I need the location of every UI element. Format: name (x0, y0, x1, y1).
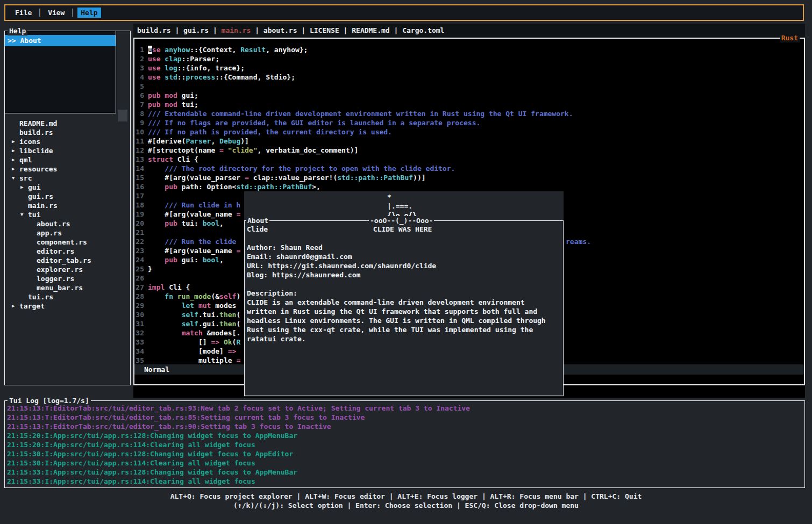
code-line[interactable]: 13struct Cli { (134, 155, 804, 164)
log-lines: 21:15:13:T:EditorTab:src/tui/editor_tab.… (7, 404, 803, 486)
explorer-item-editor_tab-rs[interactable]: editor_tab.rs (5, 256, 130, 265)
log-entry: 21:15:33:I:App:src/tui/app.rs:114:Cleari… (7, 477, 803, 486)
code-token: let (182, 302, 194, 310)
code-text: /// Run clide in h (148, 200, 240, 210)
code-token: )] (240, 137, 249, 145)
explorer-item-label: editor.rs (37, 247, 74, 256)
line-number: 6 (134, 91, 144, 100)
code-token: (& (211, 292, 219, 300)
explorer-item-menu_bar-rs[interactable]: menu_bar.rs (5, 283, 130, 292)
code-line[interactable]: 2use clap::Parser; (134, 54, 804, 63)
code-text: /// If no path is provided, the current … (148, 127, 392, 137)
about-popup-title: About (246, 216, 269, 225)
code-line[interactable]: 10/// If no path is provided, the curren… (134, 127, 804, 137)
tui-log-panel: Tui Log [log=1.7/s] 21:15:13:T:EditorTab… (4, 400, 805, 488)
code-token: [] (148, 338, 211, 346)
code-line[interactable]: 11#[derive(Parser, Debug)] (134, 137, 804, 146)
line-number: 31 (134, 319, 144, 328)
about-popup: * |.===. {}o o{} About -ooO--(_)--Ooo- C… (244, 191, 564, 397)
code-token: anyhow (165, 46, 190, 54)
tab-Cargo-toml[interactable]: Cargo.toml (402, 26, 444, 34)
code-line[interactable]: 6pub mod gui; (134, 91, 804, 100)
code-line[interactable]: 7pub mod tui; (134, 100, 804, 109)
tab-LICENSE[interactable]: LICENSE (310, 26, 339, 34)
explorer-item-label: main.rs (28, 201, 58, 210)
explorer-item-gui-rs[interactable]: gui.rs (5, 192, 130, 201)
explorer-item-gui[interactable]: ▶gui (5, 183, 130, 192)
explorer-item-icons[interactable]: ▶icons (5, 137, 130, 146)
code-token: clap (165, 55, 181, 63)
code-token (173, 292, 177, 300)
explorer-item-README-md[interactable]: README.md (5, 119, 130, 128)
help-menu-item-about[interactable]: >> About (5, 35, 116, 46)
line-number: 32 (134, 328, 144, 338)
code-text: self.gui.then( (148, 319, 240, 328)
code-text: let mut modes (148, 301, 236, 310)
help-dropdown-title: Help (8, 26, 27, 35)
code-token: self (182, 311, 198, 319)
tab-separator: | (390, 26, 402, 34)
tab-about-rs[interactable]: about.rs (263, 26, 297, 34)
explorer-item-label: libclide (19, 146, 53, 155)
code-token: gui: (177, 256, 203, 264)
tab-main-rs[interactable]: main.rs (222, 26, 251, 34)
code-token (219, 338, 224, 346)
code-line[interactable]: 5 (134, 82, 804, 91)
tab-README-md[interactable]: README.md (352, 26, 389, 34)
explorer-item-resources[interactable]: ▶resources (5, 164, 130, 174)
code-line[interactable]: 9/// If no flags are provided, the GUI e… (134, 118, 804, 127)
explorer-item-tui[interactable]: ▼tui (5, 210, 130, 219)
code-token: tui: (177, 219, 203, 227)
code-text: #[arg(value_name = (148, 246, 240, 255)
line-number: 28 (134, 292, 144, 301)
explorer-item-tui-rs[interactable]: tui.rs (5, 292, 130, 302)
code-text: /// The root directory for the project t… (148, 164, 455, 173)
code-line[interactable]: 16 pub path: Option<std::path::PathBuf>, (134, 182, 804, 191)
menu-item-view[interactable]: View (45, 8, 68, 18)
code-token: .tui. (198, 311, 219, 319)
code-token: match (182, 329, 203, 337)
code-token: process (186, 73, 215, 81)
code-line[interactable]: 1use anyhow::{Context, Result, anyhow}; (134, 45, 804, 54)
code-text: [] => Ok(R (148, 338, 240, 347)
explorer-item-app-rs[interactable]: app.rs (5, 228, 130, 238)
tab-build-rs[interactable]: build.rs (137, 26, 171, 34)
code-line[interactable]: 15 #[arg(value_parser = clap::value_pars… (134, 173, 804, 182)
explorer-item-main-rs[interactable]: main.rs (5, 201, 130, 210)
code-text: impl Cli { (148, 283, 190, 292)
code-token (148, 320, 182, 328)
code-token: pub (165, 256, 177, 264)
explorer-item-qml[interactable]: ▶qml (5, 155, 130, 164)
code-text: pub path: Option<std::path::PathBuf>, (148, 182, 320, 191)
code-line[interactable]: 8/// Extendable command-line driven deve… (134, 109, 804, 118)
line-number: 30 (134, 310, 144, 319)
explorer-item-explorer-rs[interactable]: explorer.rs (5, 265, 130, 274)
explorer-item-src[interactable]: ▼src (5, 174, 130, 183)
explorer-item-label: gui.rs (28, 192, 53, 201)
code-line[interactable]: 12#[structopt(name = "clide", verbatim_d… (134, 146, 804, 155)
chevron-right-icon: ▶ (12, 137, 19, 146)
explorer-item-about-rs[interactable]: about.rs (5, 219, 130, 228)
explorer-item-libclide[interactable]: ▶libclide (5, 146, 130, 155)
menu-item-file[interactable]: File (12, 8, 35, 18)
chevron-right-icon: ▶ (12, 146, 19, 155)
explorer-item-editor-rs[interactable]: editor.rs (5, 247, 130, 256)
code-line[interactable]: 14 /// The root directory for the projec… (134, 164, 804, 173)
explorer-item-component-rs[interactable]: component.rs (5, 238, 130, 247)
code-token: Debug (219, 137, 240, 145)
code-line[interactable]: 3use log::{info, trace}; (134, 63, 804, 73)
chevron-down-icon: ▼ (12, 174, 19, 183)
code-token: R (236, 338, 240, 346)
explorer-item-target[interactable]: ▶target (5, 302, 130, 311)
tab-gui-rs[interactable]: gui.rs (183, 26, 209, 34)
log-entry: 21:15:20:I:App:src/tui/app.rs:128:Changi… (7, 431, 803, 440)
code-token: ::Parser; (182, 55, 219, 63)
explorer-item-logger-rs[interactable]: logger.rs (5, 274, 130, 283)
code-line[interactable]: 4use std::process::{Command, Stdio}; (134, 73, 804, 82)
code-token: "clide" (228, 146, 258, 154)
menu-item-help[interactable]: Help (77, 8, 101, 18)
explorer-item-build-rs[interactable]: build.rs (5, 128, 130, 137)
code-text: #[arg(value_parser = clap::value_parser!… (148, 173, 426, 182)
log-entry: 21:15:13:T:EditorTab:src/tui/editor_tab.… (7, 422, 803, 431)
line-number: 24 (134, 255, 144, 264)
